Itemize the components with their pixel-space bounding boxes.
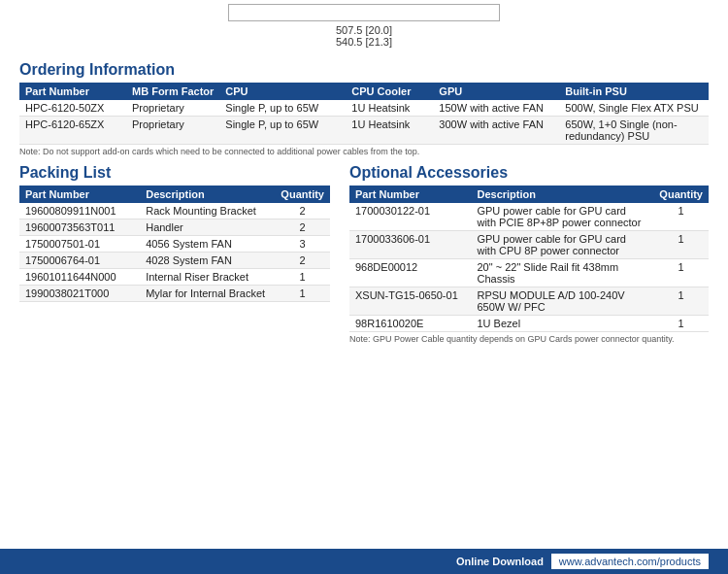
accessories-row: 1700030122-01GPU power cable for GPU car… (349, 203, 709, 231)
packing-col-desc: Description (140, 186, 275, 203)
packing-header-row: Part Number Description Quantity (19, 186, 330, 203)
ordering-header-row: Part Number MB Form Factor CPU CPU Coole… (19, 83, 709, 100)
packing-cell-qty: 2 (275, 203, 330, 219)
accessories-cell-qty: 1 (653, 259, 709, 287)
ordering-cell-gpu: 300W with active FAN (433, 117, 559, 145)
ordering-cell-cooler: 1U Heatsink (346, 117, 433, 145)
packing-row: 1750006764-014028 System FAN2 (19, 253, 330, 269)
accessories-note: Note: GPU Power Cable quantity depends o… (349, 334, 709, 344)
packing-cell-desc: 4028 System FAN (140, 253, 275, 269)
packing-cell-qty: 1 (275, 269, 330, 286)
packing-col-qty: Quantity (275, 186, 330, 203)
accessories-cell-qty: 1 (653, 287, 709, 316)
accessories-cell-part: 1700030122-01 (349, 203, 471, 231)
packing-cell-desc: Handler (140, 219, 275, 236)
packing-cell-desc: Internal Riser Bracket (140, 269, 275, 286)
accessories-table: Part Number Description Quantity 1700030… (349, 186, 709, 332)
accessories-cell-desc: GPU power cable for GPU card with CPU 8P… (471, 231, 653, 259)
packing-section: Packing List Part Number Description Qua… (19, 164, 349, 344)
col-cpu-cooler: CPU Cooler (346, 83, 433, 100)
accessories-col-part: Part Number (349, 186, 471, 203)
packing-row: 19600073563T011Handler2 (19, 219, 330, 236)
accessories-title: Optional Accessories (349, 164, 709, 182)
accessories-header-row: Part Number Description Quantity (349, 186, 709, 203)
packing-row: 1990038021T000Mylar for Internal Bracket… (19, 286, 330, 302)
dim1: 507.5 [20.0] (19, 24, 709, 36)
ordering-note: Note: Do not support add-on cards which … (19, 147, 709, 156)
packing-row: 19600809911N001Rack Mounting Bracket2 (19, 203, 330, 219)
accessories-cell-desc: 20" ~ 22" Slide Rail fit 438mm Chassis (471, 259, 653, 287)
accessories-cell-desc: RPSU MODULE A/D 100-240V 650W W/ PFC (471, 287, 653, 316)
packing-cell-part: 19601011644N000 (19, 269, 140, 286)
ordering-cell-gpu: 150W with active FAN (433, 100, 559, 117)
ordering-cell-part: HPC-6120-50ZX (19, 100, 126, 117)
ordering-table: Part Number MB Form Factor CPU CPU Coole… (19, 83, 709, 145)
accessories-cell-qty: 1 (653, 316, 709, 332)
col-part-number: Part Number (19, 83, 126, 100)
accessories-section: Optional Accessories Part Number Descrip… (349, 164, 709, 344)
ordering-cell-form_factor: Proprietary (126, 117, 219, 145)
packing-row: 1750007501-014056 System FAN3 (19, 236, 330, 253)
ordering-cell-form_factor: Proprietary (126, 100, 219, 117)
accessories-col-qty: Quantity (653, 186, 709, 203)
packing-cell-qty: 2 (275, 253, 330, 269)
packing-cell-desc: 4056 System FAN (140, 236, 275, 253)
packing-cell-part: 1750006764-01 (19, 253, 140, 269)
col-psu: Built-in PSU (559, 83, 709, 100)
ordering-section: Ordering Information Part Number MB Form… (0, 55, 728, 160)
packing-cell-part: 19600073563T011 (19, 219, 140, 236)
ordering-cell-psu: 500W, Single Flex ATX PSU (559, 100, 709, 117)
packing-cell-part: 19600809911N001 (19, 203, 140, 219)
ordering-row: HPC-6120-65ZXProprietarySingle P, up to … (19, 117, 709, 145)
accessories-col-desc: Description (471, 186, 653, 203)
accessories-row: 1700033606-01GPU power cable for GPU car… (349, 231, 709, 259)
ordering-cell-cpu: Single P, up to 65W (219, 117, 346, 145)
ordering-cell-cooler: 1U Heatsink (346, 100, 433, 117)
footer-url: www.advantech.com/products (551, 554, 709, 569)
packing-cell-qty: 3 (275, 236, 330, 253)
accessories-cell-part: XSUN-TG15-0650-01 (349, 287, 471, 316)
ordering-row: HPC-6120-50ZXProprietarySingle P, up to … (19, 100, 709, 117)
footer-label: Online Download (456, 556, 544, 567)
two-col-section: Packing List Part Number Description Qua… (0, 160, 728, 348)
packing-table: Part Number Description Quantity 1960080… (19, 186, 330, 302)
packing-row: 19601011644N000Internal Riser Bracket1 (19, 269, 330, 286)
ordering-title: Ordering Information (19, 61, 709, 79)
dim2: 540.5 [21.3] (19, 36, 709, 48)
packing-cell-part: 1990038021T000 (19, 286, 140, 302)
accessories-cell-desc: 1U Bezel (471, 316, 653, 332)
accessories-cell-qty: 1 (653, 231, 709, 259)
top-measurements: 507.5 [20.0] 540.5 [21.3] (0, 0, 728, 55)
accessories-row: 98R1610020E1U Bezel1 (349, 316, 709, 332)
accessories-cell-part: 968DE00012 (349, 259, 471, 287)
accessories-cell-part: 1700033606-01 (349, 231, 471, 259)
measurement-box (228, 4, 500, 21)
packing-cell-qty: 2 (275, 219, 330, 236)
packing-title: Packing List (19, 164, 330, 182)
ordering-cell-part: HPC-6120-65ZX (19, 117, 126, 145)
col-gpu: GPU (433, 83, 559, 100)
accessories-row: XSUN-TG15-0650-01RPSU MODULE A/D 100-240… (349, 287, 709, 316)
ordering-cell-psu: 650W, 1+0 Single (non-redundancy) PSU (559, 117, 709, 145)
ordering-cell-cpu: Single P, up to 65W (219, 100, 346, 117)
col-form-factor: MB Form Factor (126, 83, 219, 100)
accessories-cell-desc: GPU power cable for GPU card with PCIE 8… (471, 203, 653, 231)
packing-cell-part: 1750007501-01 (19, 236, 140, 253)
footer: Online Download www.advantech.com/produc… (0, 549, 728, 574)
accessories-cell-qty: 1 (653, 203, 709, 231)
packing-cell-qty: 1 (275, 286, 330, 302)
col-cpu: CPU (219, 83, 346, 100)
packing-cell-desc: Mylar for Internal Bracket (140, 286, 275, 302)
accessories-cell-part: 98R1610020E (349, 316, 471, 332)
accessories-row: 968DE0001220" ~ 22" Slide Rail fit 438mm… (349, 259, 709, 287)
packing-col-part: Part Number (19, 186, 140, 203)
packing-cell-desc: Rack Mounting Bracket (140, 203, 275, 219)
